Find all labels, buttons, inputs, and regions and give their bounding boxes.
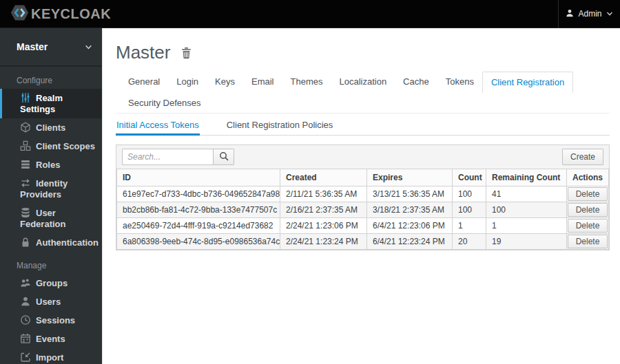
delete-button[interactable]: Delete [568, 203, 608, 217]
sidebar-item-events[interactable]: Events [0, 330, 102, 348]
column-header-expires: Expires [367, 169, 453, 186]
delete-button[interactable]: Delete [568, 235, 608, 248]
cell-count: 20 [453, 234, 486, 250]
database-icon [20, 207, 31, 218]
cell-remaining-count: 19 [486, 234, 567, 250]
logo-text: KEYCLOAK [31, 6, 111, 22]
exchange-icon [20, 178, 31, 189]
cell-created: 2/24/21 1:23:24 PM [280, 234, 367, 250]
tab-general[interactable]: General [120, 72, 168, 93]
keycloak-logo[interactable]: KEYCLOAK [0, 3, 111, 25]
cell-remaining-count: 41 [486, 186, 567, 202]
sidebar-nav: ConfigureRealm SettingsClientsClient Sco… [0, 67, 102, 364]
top-bar: KEYCLOAK Admin [0, 0, 620, 28]
sidebar-item-label: Events [36, 334, 65, 344]
realm-tabs: GeneralLoginKeysEmailThemesLocalizationC… [116, 72, 610, 114]
sidebar-item-label: Roles [36, 160, 60, 170]
nav-section-label-manage: Manage [0, 252, 102, 274]
client-registration-subtabs: Initial Access TokensClient Registration… [116, 114, 610, 135]
tab-cache[interactable]: Cache [395, 72, 437, 93]
import-icon [20, 352, 31, 363]
table-toolbar: Create [116, 145, 609, 169]
cell-id: bb2cb86b-fa81-4c72-9bba-133e7477507c [117, 202, 280, 218]
search-button[interactable] [213, 149, 234, 165]
cell-count: 100 [453, 202, 486, 218]
column-header-created: Created [280, 169, 367, 186]
sidebar-item-label: Clients [36, 122, 65, 133]
sidebar-item-label: Authentication [36, 237, 99, 248]
column-header-id: ID [117, 169, 280, 186]
tab-themes[interactable]: Themes [282, 72, 331, 93]
sidebar-item-users[interactable]: Users [0, 292, 102, 311]
initial-access-tokens-panel: Create IDCreatedExpiresCountRemaining Co… [116, 144, 610, 250]
table-row: 61e97ec7-d733-4dbc-b736-049652847a982/11… [117, 186, 609, 202]
table-row: bb2cb86b-fa81-4c72-9bba-133e7477507c2/16… [117, 202, 609, 218]
table-row: ae250469-72d4-4fff-919a-c9214ed736822/24… [117, 218, 609, 234]
search-icon [219, 151, 229, 163]
sidebar-item-label: Import [36, 352, 63, 363]
cubes-icon [20, 140, 31, 151]
user-menu-label: Admin [578, 9, 601, 19]
user-icon [566, 9, 574, 19]
cell-count: 100 [453, 186, 486, 202]
cell-expires: 6/4/21 12:23:24 PM [367, 234, 453, 250]
cell-expires: 6/4/21 12:23:06 PM [367, 218, 453, 234]
table-body: 61e97ec7-d733-4dbc-b736-049652847a982/11… [117, 186, 609, 250]
sidebar-item-sessions[interactable]: Sessions [0, 311, 102, 330]
create-button[interactable]: Create [562, 149, 603, 165]
table-header-row: IDCreatedExpiresCountRemaining CountActi… [117, 169, 609, 186]
cell-created: 2/11/21 5:36:35 AM [280, 186, 367, 202]
groups-icon [20, 277, 31, 288]
subtab-initial-access-tokens[interactable]: Initial Access Tokens [116, 114, 200, 136]
sidebar-item-label: Sessions [36, 315, 75, 325]
sidebar-item-identity-providers[interactable]: Identity Providers [0, 174, 102, 204]
user-menu[interactable]: Admin [558, 0, 620, 28]
sidebar-item-clients[interactable]: Clients [0, 118, 102, 137]
search-input[interactable] [122, 149, 214, 165]
delete-button[interactable]: Delete [568, 219, 608, 233]
cell-remaining-count: 1 [486, 218, 567, 234]
sidebar-item-import[interactable]: Import [0, 348, 102, 364]
user-icon [20, 296, 31, 307]
cell-actions: Delete [567, 202, 609, 218]
sidebar: Master ConfigureRealm SettingsClientsCli… [0, 28, 102, 364]
cell-id: 6a806398-9eeb-474c-8d95-e0986536a74c [117, 234, 280, 250]
sidebar-item-groups[interactable]: Groups [0, 274, 102, 292]
tab-login[interactable]: Login [168, 72, 207, 93]
chevron-down-icon [85, 44, 92, 50]
cell-created: 2/24/21 1:23:06 PM [280, 218, 367, 234]
tokens-table: IDCreatedExpiresCountRemaining CountActi… [116, 169, 609, 250]
tab-tokens[interactable]: Tokens [437, 72, 482, 93]
column-header-actions: Actions [567, 169, 609, 186]
tab-keys[interactable]: Keys [207, 72, 243, 93]
cell-expires: 3/18/21 2:37:35 AM [367, 202, 453, 218]
subtab-client-registration-policies[interactable]: Client Registration Policies [226, 114, 334, 136]
cell-id: 61e97ec7-d733-4dbc-b736-049652847a98 [117, 186, 280, 202]
cell-id: ae250469-72d4-4fff-919a-c9214ed73682 [117, 218, 280, 234]
calendar-icon [20, 333, 31, 344]
sidebar-item-authentication[interactable]: Authentication [0, 233, 102, 252]
sidebar-item-label: Groups [36, 278, 68, 288]
tab-security-defenses[interactable]: Security Defenses [120, 93, 209, 113]
main-content: Master GeneralLoginKeysEmailThemesLocali… [102, 28, 620, 364]
keycloak-hexagon-icon [10, 3, 29, 25]
clock-icon [20, 314, 31, 325]
delete-realm-trash-icon[interactable] [180, 47, 192, 59]
page-title: Master [116, 42, 170, 63]
sidebar-item-roles[interactable]: Roles [0, 156, 102, 174]
delete-button[interactable]: Delete [568, 187, 608, 201]
tab-localization[interactable]: Localization [331, 72, 395, 93]
tab-email[interactable]: Email [243, 72, 282, 93]
sidebar-item-client-scopes[interactable]: Client Scopes [0, 137, 102, 156]
sidebar-item-label: Users [36, 297, 61, 307]
sidebar-item-realm-settings[interactable]: Realm Settings [0, 89, 102, 118]
tab-client-registration[interactable]: Client Registration [482, 72, 573, 93]
cell-created: 2/16/21 2:37:35 AM [280, 202, 367, 218]
cell-count: 1 [453, 218, 486, 234]
sidebar-item-user-federation[interactable]: User Federation [0, 204, 102, 233]
cell-actions: Delete [567, 234, 609, 250]
table-row: 6a806398-9eeb-474c-8d95-e0986536a74c2/24… [117, 234, 609, 250]
column-header-count: Count [453, 169, 486, 186]
lock-icon [20, 237, 31, 248]
realm-selector[interactable]: Master [0, 28, 102, 67]
